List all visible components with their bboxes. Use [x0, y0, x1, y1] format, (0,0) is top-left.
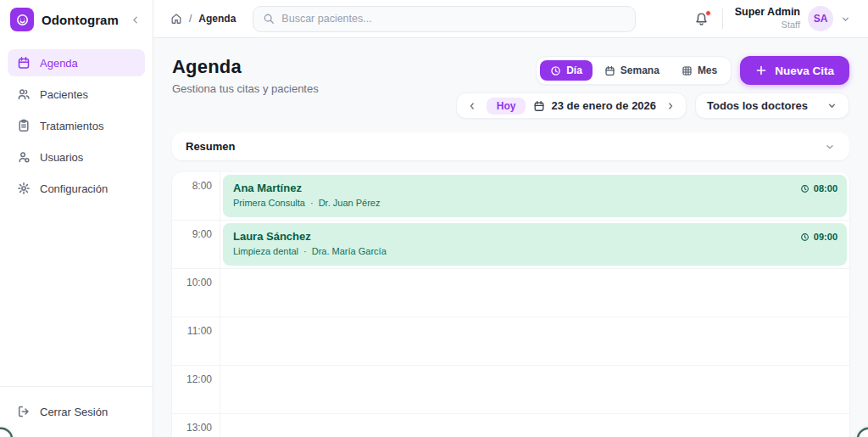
- doctor-filter-value: Todos los doctores: [707, 99, 808, 112]
- appointment-card[interactable]: Laura Sánchez Limpieza dental · Dra. Mar…: [223, 223, 847, 266]
- page-subtitle: Gestiona tus citas y pacientes: [172, 82, 319, 95]
- time-slot-row: 12:00: [172, 366, 849, 414]
- summary-title: Resumen: [186, 140, 236, 153]
- sidebar: Odontogram Agenda Pacientes Tratamientos: [0, 0, 153, 437]
- user-gear-icon: [17, 150, 31, 164]
- toggle-mes[interactable]: Mes: [671, 60, 727, 81]
- clipboard-icon: [17, 119, 31, 132]
- dot-separator: ·: [303, 246, 307, 256]
- nueva-cita-button[interactable]: Nueva Cita: [740, 56, 849, 85]
- appointment-time-badge: 09:00: [800, 230, 837, 266]
- home-icon[interactable]: [170, 13, 182, 25]
- users-icon: [17, 87, 31, 101]
- today-button[interactable]: Hoy: [487, 98, 526, 115]
- appointment-time-badge: 08:00: [800, 182, 837, 217]
- clock-icon: [550, 65, 561, 76]
- calendar-day-grid: 8:00 Ana Martínez Primera Consulta · Dr.…: [172, 172, 849, 437]
- user-name: Super Admin: [735, 6, 800, 20]
- page-header: Agenda Gestiona tus citas y pacientes Dí…: [172, 56, 849, 119]
- slot-body[interactable]: [220, 366, 849, 413]
- avatar[interactable]: SA: [808, 6, 833, 31]
- search-icon: [263, 13, 275, 25]
- logo-row: Odontogram: [0, 0, 153, 39]
- chevron-right-icon[interactable]: [664, 99, 677, 113]
- time-slot-row: 11:00: [172, 317, 849, 366]
- header-controls: Día Semana Mes: [456, 56, 849, 119]
- toggle-semana[interactable]: Semana: [594, 60, 670, 81]
- appointment-details: Primera Consulta · Dr. Juan Pérez: [233, 198, 380, 208]
- date-navigator: Hoy 23 de enero de 2026: [456, 92, 687, 119]
- calendar-icon: [604, 65, 615, 76]
- doctor-filter-select[interactable]: Todos los doctores: [695, 92, 849, 119]
- content-column: / Agenda Super Admin Staff SA: [153, 0, 868, 437]
- date-text: 23 de enero de 2026: [551, 99, 656, 112]
- sidebar-item-label: Tratamientos: [40, 120, 103, 132]
- sidebar-item-tratamientos[interactable]: Tratamientos: [8, 112, 145, 139]
- sidebar-collapse-icon[interactable]: [126, 11, 144, 29]
- user-role: Staff: [735, 20, 800, 31]
- appointment-treatment: Primera Consulta: [233, 198, 305, 208]
- time-slot-row: 9:00 Laura Sánchez Limpieza dental · Dra…: [172, 221, 849, 269]
- time-slot-row: 13:00: [172, 414, 849, 437]
- app-title: Odontogram: [42, 13, 119, 27]
- summary-accordion[interactable]: Resumen: [172, 132, 849, 160]
- view-toggle-group: Día Semana Mes: [536, 56, 732, 85]
- slot-time-label: 12:00: [172, 366, 220, 413]
- breadcrumb: / Agenda: [170, 13, 236, 25]
- appointment-card[interactable]: Ana Martínez Primera Consulta · Dr. Juan…: [223, 175, 847, 217]
- appointment-patient: Laura Sánchez: [233, 230, 387, 243]
- sidebar-item-pacientes[interactable]: Pacientes: [8, 81, 145, 108]
- breadcrumb-current[interactable]: Agenda: [198, 13, 236, 25]
- time-slot-row: 10:00: [172, 269, 849, 317]
- appointment-time: 08:00: [814, 183, 837, 193]
- logout-label: Cerrar Sesión: [40, 406, 108, 418]
- plus-icon: [755, 64, 767, 76]
- chevron-left-icon[interactable]: [465, 99, 479, 113]
- current-date: 23 de enero de 2026: [533, 99, 656, 112]
- logout-button[interactable]: Cerrar Sesión: [8, 398, 145, 425]
- appointment-details: Limpieza dental · Dra. María García: [233, 246, 387, 256]
- slot-body[interactable]: [220, 317, 849, 365]
- chevron-down-icon: [826, 100, 837, 111]
- search-input[interactable]: [281, 13, 626, 25]
- slot-body[interactable]: Laura Sánchez Limpieza dental · Dra. Mar…: [220, 221, 849, 268]
- chevron-down-icon[interactable]: [840, 14, 851, 25]
- sidebar-item-label: Usuarios: [40, 151, 83, 164]
- appointment-treatment: Limpieza dental: [233, 246, 298, 256]
- slot-time-label: 8:00: [172, 172, 220, 220]
- sidebar-item-usuarios[interactable]: Usuarios: [8, 143, 145, 171]
- topbar-right: Super Admin Staff SA: [691, 6, 851, 31]
- slot-body[interactable]: Ana Martínez Primera Consulta · Dr. Juan…: [220, 172, 849, 220]
- slot-time-label: 11:00: [172, 317, 220, 365]
- notifications-bell-icon[interactable]: [691, 8, 712, 30]
- appointment-doctor: Dra. María García: [312, 246, 387, 256]
- slot-body[interactable]: [220, 414, 849, 437]
- appointment-doctor: Dr. Juan Pérez: [319, 198, 381, 208]
- slot-time-label: 9:00: [172, 221, 220, 268]
- sidebar-item-label: Pacientes: [40, 88, 88, 101]
- sidebar-item-label: Agenda: [40, 57, 78, 70]
- sidebar-nav: Agenda Pacientes Tratamientos Usuarios C…: [0, 39, 153, 202]
- nueva-cita-label: Nueva Cita: [775, 64, 834, 77]
- calendar-icon: [17, 56, 31, 70]
- toggle-dia[interactable]: Día: [540, 60, 593, 81]
- gear-icon: [17, 182, 31, 195]
- search-box[interactable]: [253, 6, 636, 32]
- date-controls-row: Hoy 23 de enero de 2026 Todos los doct: [456, 92, 849, 119]
- topbar: / Agenda Super Admin Staff SA: [153, 0, 868, 38]
- sidebar-item-agenda[interactable]: Agenda: [8, 49, 145, 76]
- sidebar-item-configuracion[interactable]: Configuración: [8, 175, 145, 202]
- grid-icon: [682, 65, 693, 76]
- toggle-label: Día: [566, 64, 582, 76]
- clock-icon: [800, 184, 810, 193]
- toggle-label: Semana: [620, 64, 659, 76]
- slot-body[interactable]: [220, 269, 849, 317]
- page-title-block: Agenda Gestiona tus citas y pacientes: [172, 56, 319, 95]
- main-content: Agenda Gestiona tus citas y pacientes Dí…: [153, 38, 868, 437]
- chevron-down-icon: [824, 141, 836, 153]
- slot-time-label: 10:00: [172, 269, 220, 317]
- calendar-icon: [533, 100, 545, 112]
- breadcrumb-separator: /: [189, 13, 192, 25]
- appointment-info: Ana Martínez Primera Consulta · Dr. Juan…: [233, 182, 380, 217]
- toggle-label: Mes: [698, 64, 717, 76]
